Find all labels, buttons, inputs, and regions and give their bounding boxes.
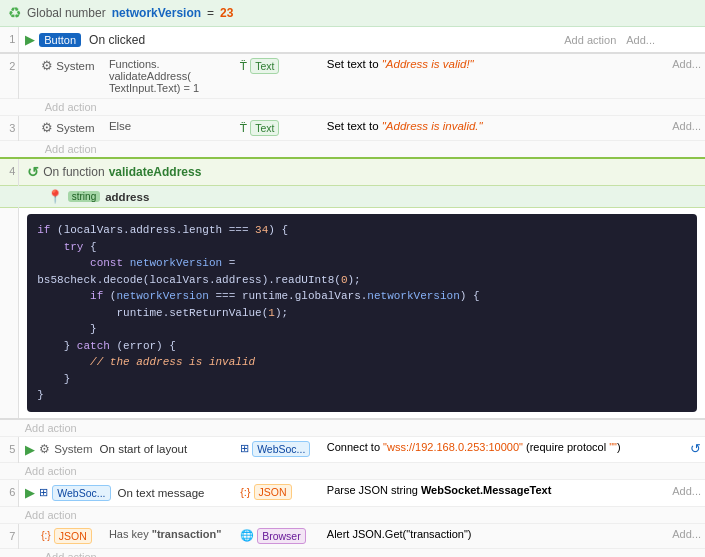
add-action-label-1[interactable]: Add action [564, 34, 616, 46]
row-number: 1 [0, 27, 19, 53]
add-action-row: Add action [0, 462, 705, 479]
add-action-link[interactable]: Add action [45, 143, 97, 155]
table-row: 1 ▶ Button On clicked Add action Add... [0, 27, 705, 53]
action-desc-cell: Alert JSON.Get("transaction") [321, 523, 665, 548]
ws-badge: WebSoc... [252, 441, 310, 457]
param-name-label: address [105, 191, 149, 203]
func-refresh-icon: ↺ [27, 164, 39, 180]
text-badge: Text [250, 58, 279, 74]
system-label: System [56, 60, 94, 72]
add-action-link[interactable]: Add action [45, 101, 97, 113]
add-action-link[interactable]: Add action [25, 465, 77, 477]
table-row: 7 {:} JSON Has key "transaction" 🌐 Brows… [0, 523, 705, 548]
add-cell[interactable]: Add... [665, 116, 705, 141]
add-action-row: Add action [0, 99, 705, 116]
add-action-row: Add action [0, 548, 705, 557]
event-table: 1 ▶ Button On clicked Add action Add... … [0, 27, 705, 557]
trigger-arrow-icon: ▶ [25, 485, 35, 500]
param-cell: 📍 string address [19, 186, 705, 208]
text-badge: Text [250, 120, 279, 136]
system-label: System [56, 122, 94, 134]
param-type-label: string [68, 191, 100, 202]
code-row: if (localVars.address.length === 34) { t… [0, 208, 705, 419]
gear-icon: ⚙ [39, 442, 50, 456]
system-label: System [54, 443, 92, 455]
global-var-name: networkVersion [112, 6, 201, 20]
trigger-arrow-icon: ▶ [25, 442, 35, 457]
action-desc-cell: Parse JSON string WebSocket.MessageText [321, 479, 665, 506]
row-number: 2 [0, 53, 19, 99]
trigger-arrow-icon: ▶ [25, 32, 35, 47]
condition-cell: Functions. validateAddress( TextInput.Te… [103, 53, 234, 99]
add-action-link[interactable]: Add action [45, 551, 97, 558]
json-icon: {:} [240, 486, 250, 498]
param-num [0, 186, 19, 208]
browser-badge: Browser [257, 528, 306, 544]
add-refresh-cell: ↺ [665, 436, 705, 462]
refresh-icon[interactable]: ↺ [690, 441, 701, 456]
main-container: ♻ Global number networkVersion = 23 1 ▶ … [0, 0, 705, 557]
func-label: On function [43, 165, 104, 179]
add-dots[interactable]: Add... [672, 485, 701, 497]
condition-cell: Has key "transaction" [103, 523, 234, 548]
table-row: 6 ▶ ⊞ WebSoc... On text message {:} JSON… [0, 479, 705, 506]
row-number: 4 [0, 158, 19, 186]
add-action-link[interactable]: Add action [25, 422, 77, 434]
global-var-bar: ♻ Global number networkVersion = 23 [0, 0, 705, 27]
action-type-cell: T̈ Text [234, 53, 321, 99]
sub-trigger: ⚙ System [19, 116, 103, 141]
ws-icon: ⊞ [240, 442, 249, 455]
add-cell[interactable]: Add... [665, 479, 705, 506]
on-clicked-label: On clicked [89, 33, 145, 47]
table-row: 3 ⚙ System Else T̈ Text Set text to "Add… [0, 116, 705, 141]
sub-trigger: ⚙ System [19, 53, 103, 99]
global-var-icon: ♻ [8, 4, 21, 22]
param-row: 📍 string address [0, 186, 705, 208]
add-dots-1[interactable]: Add... [626, 34, 655, 46]
text-icon: T̈ [240, 60, 247, 73]
func-header-row: 4 ↺ On function validateAddress [0, 158, 705, 186]
func-header-cell: ↺ On function validateAddress [19, 158, 705, 186]
ws-icon: ⊞ [39, 486, 48, 499]
on-start-label: On start of layout [100, 443, 188, 455]
global-var-value: 23 [220, 6, 233, 20]
action-desc-cell: Set text to "Address is invalid." [321, 116, 665, 141]
ws-badge: WebSoc... [52, 485, 110, 501]
condition-else: Else [103, 116, 234, 141]
param-pin-icon: 📍 [47, 189, 63, 204]
gear-icon: ⚙ [41, 120, 53, 135]
global-var-operator: = [207, 6, 214, 20]
add-action-link[interactable]: Add action [25, 509, 77, 521]
row-number: 5 [0, 436, 19, 462]
row-number: 3 [0, 116, 19, 141]
action-type-cell: 🌐 Browser [234, 523, 321, 548]
browser-icon: 🌐 [240, 529, 254, 542]
text-icon: T̈ [240, 122, 247, 135]
add-cell[interactable]: Add... [665, 523, 705, 548]
trigger-cell: ▶ Button On clicked Add action Add... [19, 27, 665, 53]
gear-icon: ⚙ [41, 58, 53, 73]
json-badge: JSON [254, 484, 292, 500]
row-number: 6 [0, 479, 19, 506]
action-type-cell: {:} JSON [234, 479, 321, 506]
sub-trigger: {:} JSON [19, 523, 103, 548]
trigger-cell: ▶ ⚙ System On start of layout [19, 436, 234, 462]
action-type-cell: ⊞ WebSoc... [234, 436, 321, 462]
add-cell[interactable]: Add... [665, 53, 705, 99]
add-action-row: Add action [0, 506, 705, 523]
action-desc-cell: Connect to "wss://192.168.0.253:10000" (… [321, 436, 665, 462]
action-desc-cell: Set text to "Address is valid!" [321, 53, 665, 99]
button-badge: Button [39, 33, 81, 47]
json-label: JSON [54, 528, 92, 544]
global-var-label: Global number [27, 6, 106, 20]
func-name: validateAddress [109, 165, 202, 179]
add-action-row: Add action [0, 419, 705, 437]
trigger-cell: ▶ ⊞ WebSoc... On text message [19, 479, 234, 506]
json-icon: {:} [41, 530, 50, 541]
table-row: 5 ▶ ⚙ System On start of layout ⊞ WebSoc… [0, 436, 705, 462]
table-row: 2 ⚙ System Functions. validateAddress( T… [0, 53, 705, 99]
row-number: 7 [0, 523, 19, 548]
action-type-cell: T̈ Text [234, 116, 321, 141]
code-row-num [0, 208, 19, 419]
on-text-msg-label: On text message [118, 487, 205, 499]
